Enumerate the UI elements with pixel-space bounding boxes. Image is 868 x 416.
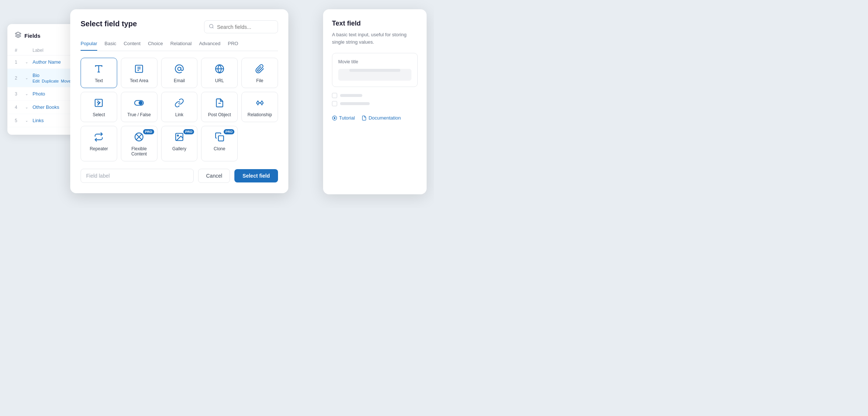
- fields-icon: [15, 31, 21, 40]
- field-card-flexiblecontent[interactable]: PRO Flexible Content: [121, 126, 157, 161]
- postobject-label: Post Object: [208, 112, 231, 117]
- url-icon: [215, 64, 224, 75]
- field-card-truefalse[interactable]: True / False: [121, 92, 157, 122]
- textarea-label: Text Area: [130, 78, 148, 83]
- right-panel-links: Tutorial Documentation: [332, 112, 418, 121]
- right-panel-title: Text field: [332, 20, 418, 27]
- svg-point-15: [261, 102, 263, 104]
- text-field-icon: [94, 64, 104, 75]
- tab-basic[interactable]: Basic: [105, 41, 116, 51]
- field-type-modal: Select field type Popular Basic Content …: [70, 9, 288, 193]
- field-card-email[interactable]: Email: [161, 58, 198, 88]
- clone-label: Clone: [214, 146, 225, 151]
- file-icon: [255, 64, 265, 75]
- field-card-text[interactable]: Text: [81, 58, 117, 88]
- field-card-gallery[interactable]: PRO Gallery: [161, 126, 198, 161]
- field-card-relationship[interactable]: Relationship: [241, 92, 278, 122]
- preview-checkbox-row: [332, 93, 418, 98]
- tab-pro[interactable]: PRO: [228, 41, 238, 51]
- flexiblecontent-label: Flexible Content: [124, 146, 154, 157]
- fields-title: Fields: [24, 33, 40, 39]
- preview-input-mock: [338, 69, 411, 81]
- field-card-postobject[interactable]: Post Object: [201, 92, 238, 122]
- tab-popular[interactable]: Popular: [81, 41, 97, 51]
- preview-checkbox-row2: [332, 101, 418, 106]
- clone-icon: [215, 132, 224, 143]
- relationship-label: Relationship: [248, 112, 272, 117]
- svg-point-0: [210, 24, 213, 28]
- search-input[interactable]: [217, 24, 273, 30]
- pro-badge-gallery: PRO: [183, 129, 194, 134]
- link-icon: [174, 98, 184, 109]
- bottom-bar: Cancel Select field: [81, 169, 278, 183]
- tab-relational[interactable]: Relational: [170, 41, 192, 51]
- field-grid: Text Text Area Email: [81, 58, 278, 161]
- truefalse-label: True / False: [127, 112, 151, 117]
- tab-content[interactable]: Content: [124, 41, 141, 51]
- cancel-button[interactable]: Cancel: [198, 169, 230, 183]
- flexiblecontent-icon: [134, 132, 144, 143]
- select-label: Select: [93, 112, 105, 117]
- field-card-repeater[interactable]: Repeater: [81, 126, 117, 161]
- svg-rect-21: [218, 136, 224, 141]
- right-panel: Text field A basic text input, useful fo…: [323, 9, 427, 194]
- gallery-label: Gallery: [172, 146, 186, 151]
- relationship-icon: [255, 98, 265, 109]
- postobject-icon: [215, 98, 224, 109]
- textarea-icon: [134, 64, 144, 75]
- svg-point-7: [178, 67, 181, 71]
- select-field-button[interactable]: Select field: [234, 169, 278, 182]
- field-card-textarea[interactable]: Text Area: [121, 58, 157, 88]
- field-label-input[interactable]: [81, 169, 194, 183]
- search-icon: [209, 24, 214, 30]
- tab-advanced[interactable]: Advanced: [199, 41, 220, 51]
- select-icon: [94, 98, 104, 109]
- tutorial-link[interactable]: Tutorial: [332, 115, 355, 121]
- tabs: Popular Basic Content Choice Relational …: [81, 41, 278, 51]
- right-panel-description: A basic text input, useful for storing s…: [332, 31, 418, 46]
- checkbox-optional: [332, 101, 337, 106]
- pro-badge-clone: PRO: [224, 129, 235, 134]
- field-card-link[interactable]: Link: [161, 92, 198, 122]
- field-preview: Movie title: [332, 53, 418, 87]
- field-card-url[interactable]: URL: [201, 58, 238, 88]
- svg-point-14: [257, 102, 259, 104]
- field-card-clone[interactable]: PRO Clone: [201, 126, 238, 161]
- repeater-label: Repeater: [90, 146, 108, 151]
- url-label: URL: [215, 78, 224, 83]
- svg-point-12: [139, 101, 142, 105]
- gallery-icon: [174, 132, 184, 143]
- search-bar: [204, 20, 278, 33]
- email-label: Email: [174, 78, 185, 83]
- pro-badge-flex: PRO: [143, 129, 154, 134]
- documentation-link[interactable]: Documentation: [362, 115, 401, 121]
- preview-label: Movie title: [338, 59, 411, 64]
- svg-point-20: [177, 135, 179, 136]
- email-icon: [174, 64, 184, 75]
- field-card-file[interactable]: File: [241, 58, 278, 88]
- checkbox-required: [332, 93, 337, 98]
- link-label: Link: [175, 112, 183, 117]
- modal-title: Select field type: [81, 20, 137, 28]
- field-card-select[interactable]: Select: [81, 92, 117, 122]
- svg-marker-23: [334, 117, 336, 119]
- svg-rect-10: [95, 99, 103, 107]
- truefalse-icon: [134, 98, 144, 109]
- text-field-label: Text: [95, 78, 103, 83]
- file-label: File: [256, 78, 263, 83]
- tab-choice[interactable]: Choice: [148, 41, 163, 51]
- repeater-icon: [94, 132, 104, 143]
